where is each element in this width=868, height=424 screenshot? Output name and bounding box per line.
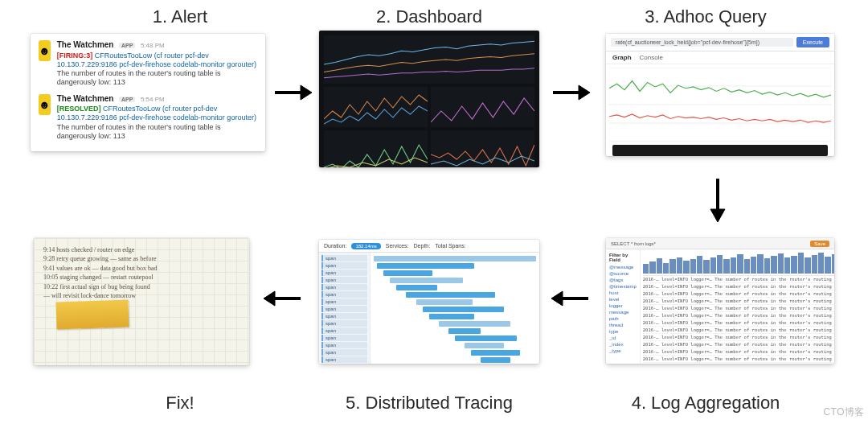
title-alert: 1. Alert xyxy=(76,6,285,27)
panel-adhoc-query: rate(cf_auctioneer_lock_held{job="pcf-de… xyxy=(606,34,834,156)
alert-body: The number of routes in the router's rou… xyxy=(57,69,257,88)
panel-log-aggregation: SELECT * from logs* Save Filter by Field… xyxy=(606,238,834,364)
svg-marker-14 xyxy=(264,291,275,306)
arrow-down-icon xyxy=(707,177,728,222)
dashboard-chart[interactable] xyxy=(324,130,428,167)
trace-timeline[interactable] xyxy=(371,253,539,364)
execute-button[interactable]: Execute xyxy=(796,37,829,47)
watermark: CTO博客 xyxy=(823,405,865,419)
sticky-note xyxy=(55,299,129,329)
svg-marker-12 xyxy=(551,291,563,306)
alert-link[interactable]: [RESOLVED] CFRoutesTooLow (cf router pcf… xyxy=(57,105,257,123)
title-adhoc: 3. Adhoc Query xyxy=(601,6,810,27)
alert-time: 5:48 PM xyxy=(141,42,165,49)
handwritten-line: 9:28 retry queue growing — same as befor… xyxy=(43,255,240,263)
log-field[interactable]: @tags xyxy=(609,278,637,282)
app-badge: APP xyxy=(119,97,135,102)
alert-msg-firing: ☻ The Watchmen APP 5:48 PM [FIRING:3] CF… xyxy=(39,40,257,88)
tracing-label-spans: Total Spans: xyxy=(435,243,466,249)
tracing-label-duration: Duration: xyxy=(324,243,346,249)
alert-time: 5:54 PM xyxy=(141,96,165,103)
panel-fix: 9:14 hosts checked / router on edge9:28 … xyxy=(34,238,249,365)
handwritten-line: 9:41 values are ok — data good but box b… xyxy=(43,265,240,273)
log-entries: 2016-… level=INFO logger=… The number of… xyxy=(643,276,834,363)
dashboard-chart[interactable] xyxy=(431,130,534,167)
svg-marker-8 xyxy=(579,85,590,100)
dashboard-chart-top[interactable] xyxy=(324,35,534,84)
panel-tracing: Duration: 182.14ms Services: Depth: Tota… xyxy=(319,240,539,364)
log-histogram[interactable] xyxy=(643,252,834,276)
log-field[interactable]: @message xyxy=(609,265,637,270)
avatar-icon: ☻ xyxy=(39,40,51,61)
title-dashboard: 2. Dashboard xyxy=(325,6,534,27)
tab-graph[interactable]: Graph xyxy=(612,54,632,61)
adhoc-chart[interactable] xyxy=(606,64,834,145)
alert-user: The Watchmen xyxy=(57,94,114,103)
adhoc-legend xyxy=(612,145,828,156)
arrow-right-icon xyxy=(551,82,590,103)
alert-user: The Watchmen xyxy=(57,40,114,49)
trace-span-list[interactable]: spanspanspanspanspanspanspanspanspanspan… xyxy=(319,253,371,364)
app-badge: APP xyxy=(119,43,135,48)
log-field[interactable]: logger xyxy=(609,303,637,308)
log-field[interactable]: host xyxy=(609,290,637,295)
dashboard-chart[interactable] xyxy=(324,87,428,127)
log-field[interactable]: _type xyxy=(609,348,637,353)
arrow-right-icon xyxy=(273,82,312,103)
svg-marker-6 xyxy=(301,85,312,100)
svg-marker-10 xyxy=(710,209,725,222)
log-field[interactable]: _id xyxy=(609,335,637,340)
title-log-agg: 4. Log Aggregation xyxy=(601,393,810,414)
log-field[interactable]: level xyxy=(609,297,637,302)
arrow-left-icon xyxy=(264,288,302,309)
save-button[interactable]: Save xyxy=(810,241,829,247)
tracing-duration-value: 182.14ms xyxy=(351,243,380,249)
alert-link[interactable]: [FIRING:3] CFRoutesTooLow (cf router pcf… xyxy=(57,51,257,70)
panel-alert: ☻ The Watchmen APP 5:48 PM [FIRING:3] CF… xyxy=(31,34,265,151)
title-fix: Fix! xyxy=(76,393,285,414)
dashboard-chart[interactable] xyxy=(431,87,534,127)
log-field-sidebar: Filter by Field @message@source@tags@tim… xyxy=(606,249,641,364)
query-expression-input[interactable]: rate(cf_auctioneer_lock_held{job="pcf-de… xyxy=(611,38,793,47)
sidebar-title: Filter by Field xyxy=(609,253,637,262)
tracing-label-services: Services: xyxy=(386,243,409,249)
log-field[interactable]: @source xyxy=(609,271,637,276)
log-field[interactable]: path xyxy=(609,316,637,321)
log-field[interactable]: _index xyxy=(609,342,637,347)
handwritten-line: 9:14 hosts checked / router on edge xyxy=(43,246,240,254)
tracing-label-depth: Depth: xyxy=(414,243,431,249)
log-field[interactable]: thread xyxy=(609,323,637,327)
alert-status-resolved: [RESOLVED] xyxy=(57,105,101,113)
handwritten-line: — will revisit lock-dance tomorrow xyxy=(43,292,240,300)
log-field[interactable]: @timestamp xyxy=(609,284,637,289)
log-query: SELECT * from logs* xyxy=(611,241,656,246)
handwritten-line: 10:22 first actual sign of bug being fou… xyxy=(43,283,240,291)
arrow-left-icon xyxy=(551,288,590,309)
alert-status-firing: [FIRING:3] xyxy=(57,51,93,60)
panel-dashboard xyxy=(319,31,539,167)
avatar-icon: ☻ xyxy=(39,94,51,115)
alert-msg-resolved: ☻ The Watchmen APP 5:54 PM [RESOLVED] CF… xyxy=(39,94,257,142)
log-field[interactable]: message xyxy=(609,310,637,315)
handwritten-line: 10:05 staging changed — restart routepoo… xyxy=(43,274,240,282)
title-tracing: 5. Distributed Tracing xyxy=(325,393,534,414)
alert-body: The number of routes in the router's rou… xyxy=(57,123,257,142)
tab-console[interactable]: Console xyxy=(640,54,663,61)
log-field[interactable]: type xyxy=(609,329,637,334)
